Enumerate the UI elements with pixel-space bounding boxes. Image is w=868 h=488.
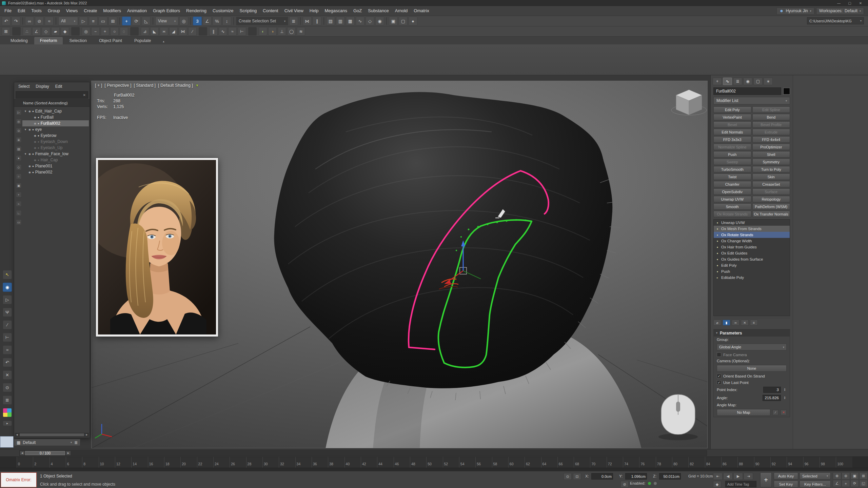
modifier-stack-row[interactable]: ● Ox Edit Guides [714,250,790,256]
y-coordinate-field[interactable]: 1.096cm [625,473,647,480]
expand-arrow-icon[interactable]: ▾ [24,128,27,131]
scroll-left-icon[interactable]: ◀ [15,433,19,436]
visibility-dot-icon[interactable]: ◉ [34,140,36,143]
visibility-dot-icon[interactable]: ◉ [34,122,36,125]
paint-deform-push-icon[interactable]: ◑ [268,27,277,36]
visibility-dot-icon[interactable]: ◉ [28,165,31,168]
explorer-pick-icon[interactable]: ▷ [16,109,22,115]
explorer-menu-item[interactable]: Edit [53,83,65,90]
select-and-scale-icon[interactable]: ◺ [142,17,151,25]
modifier-stack-row[interactable]: ● Ox Hair from Guides [714,244,790,250]
select-and-link-icon[interactable]: ∞ [25,17,34,25]
select-brush-icon[interactable]: ▷ [3,295,12,304]
menu-item[interactable]: Omatrix [411,6,432,16]
project-folder-field[interactable]: C:\Users\JIN\Desktop\KG ▾ [807,17,864,24]
maximize-viewport-icon[interactable]: ◱ [859,480,868,487]
visibility-dot-icon[interactable]: ◉ [28,110,31,113]
scene-tree-row[interactable]: ▾ ◉ ● Female_Face_low [22,151,89,157]
explorer-lights-filter-icon[interactable]: ○ [16,174,22,179]
zoom-extents-all-icon[interactable]: ⊞ [859,472,868,480]
previous-frame-button[interactable]: ◀ [723,473,733,480]
modifier-button[interactable]: Chamfer [713,181,751,187]
modifier-button[interactable]: Ox Transfer Normals [752,211,790,217]
menu-item[interactable]: Edit [15,6,28,16]
explorer-cameras-filter-icon[interactable]: ▣ [16,183,22,188]
comb-brush-icon[interactable]: Ψ [3,308,12,317]
undo-icon[interactable]: ↶ [2,17,11,25]
menu-item[interactable]: Help [307,6,322,16]
modifier-button[interactable]: Symmetry [752,159,790,165]
object-color-swatch[interactable] [783,88,790,95]
soft-selection-icon[interactable]: ◎ [82,27,90,36]
modifier-toggle-icon[interactable]: ● [716,233,719,237]
modifier-toggle-icon[interactable]: ● [716,246,719,249]
menu-item[interactable]: Megascans [322,6,350,16]
make-unique-icon[interactable]: ≍ [732,320,739,326]
map-slot-icon[interactable]: ∕ [772,410,778,415]
unlink-selection-icon[interactable]: ⊘ [35,17,44,25]
modifier-button[interactable]: Turn to Poly [752,166,790,172]
point-index-field[interactable]: 3 [763,387,781,393]
modifier-button[interactable]: CreaseSet [752,181,790,187]
explorer-shapes-filter-icon[interactable]: ◇ [16,164,22,170]
modifier-button[interactable]: Bend [752,114,790,120]
maximize-button[interactable]: ▢ [844,1,855,5]
ribbon-minimize-icon[interactable]: ▴ [161,38,166,44]
modifier-button[interactable]: Skin [752,174,790,180]
show-end-result-icon[interactable]: ▮ [723,320,730,326]
ribbon-tab[interactable]: Selection [63,37,92,44]
modifier-stack-row[interactable]: ● Ox Mesh From Strands [714,226,790,232]
align-icon[interactable]: ∥ [313,17,321,25]
object-name-field[interactable]: FurBall002 [713,87,781,95]
minimize-button[interactable]: — [833,1,844,5]
bevel-tool-icon[interactable]: ◣ [150,27,159,36]
modifier-button[interactable]: Twist [713,174,751,180]
polygon-mode-icon[interactable]: ▰ [51,27,60,36]
render-setup-icon[interactable]: ▣ [389,17,398,25]
modifier-button[interactable]: Sweep [713,159,751,165]
modifier-button[interactable]: Bevel [713,121,751,128]
undo-brush-icon[interactable]: ↶ [3,358,12,367]
menu-item[interactable]: Create [81,6,100,16]
grow-selection-icon[interactable]: + [101,27,109,36]
scene-tree-row[interactable]: ◉ ● FurBall002 [22,120,89,126]
create-tab-icon[interactable]: + [713,78,722,85]
play-button[interactable]: ▶ [733,473,743,480]
explorer-geometry-filter-icon[interactable]: ● [16,155,22,161]
utilities-tab-icon[interactable]: ∗ [764,78,773,85]
angle-map-button[interactable]: No Map [717,409,770,416]
extrude-tool-icon[interactable]: ⊿ [141,27,149,36]
modifier-button[interactable]: Edit Normals [713,129,751,135]
explorer-menu-item[interactable]: Select [16,83,32,90]
remove-modifier-icon[interactable]: ✕ [741,320,749,326]
clear-search-icon[interactable]: ✕ [83,93,86,97]
modifier-button[interactable]: FFD 3x3x3 [713,136,751,143]
modifier-button[interactable]: Normalize Spline [713,144,751,150]
explorer-name-column-header[interactable]: Name (Sorted Ascending) [14,99,90,107]
window-crossing-toggle-icon[interactable]: ⊞ [108,17,117,25]
measure-tool-icon[interactable]: ⊢ [3,333,12,342]
zoom-extents-icon[interactable]: ▣ [850,472,859,480]
explorer-containers-filter-icon[interactable]: ▭ [16,219,22,225]
configure-modifier-sets-icon[interactable]: ≡ [750,320,758,326]
modifier-button[interactable]: Extrude [752,129,790,135]
frame-forward-button[interactable]: ▶ [66,451,71,455]
modifier-stack-row[interactable]: ▸ Editable Poly [714,274,790,281]
modifier-stack-row[interactable]: ● Ox Rotate Strands [714,232,790,238]
loop-selection-icon[interactable]: ○ [110,27,119,36]
explorer-bones-filter-icon[interactable]: ∟ [16,210,22,216]
scroll-right-icon[interactable]: ▶ [85,433,89,436]
weld-tool-icon[interactable]: ⋈ [179,27,187,36]
constrain-to-edge-icon[interactable]: ⊢ [238,27,246,36]
select-by-name-icon[interactable]: ≡ [89,17,98,25]
explorer-find-icon[interactable]: ◎ [16,119,22,124]
menu-item[interactable]: Arnold [392,6,411,16]
ribbon-tab[interactable]: Populate [129,37,157,44]
named-selection-sets-field[interactable]: Create Selection Set ▾ [236,17,288,25]
modifier-button[interactable]: Shell [752,151,790,158]
reference-coordinate-dropdown[interactable]: View ▾ [155,17,178,25]
menu-item[interactable]: Substance [365,6,392,16]
modifier-toggle-icon[interactable]: ● [716,270,719,273]
key-mode-toggle-icon[interactable]: ◆ [713,481,721,488]
toggle-layer-explorer-icon[interactable]: ▥ [336,17,345,25]
